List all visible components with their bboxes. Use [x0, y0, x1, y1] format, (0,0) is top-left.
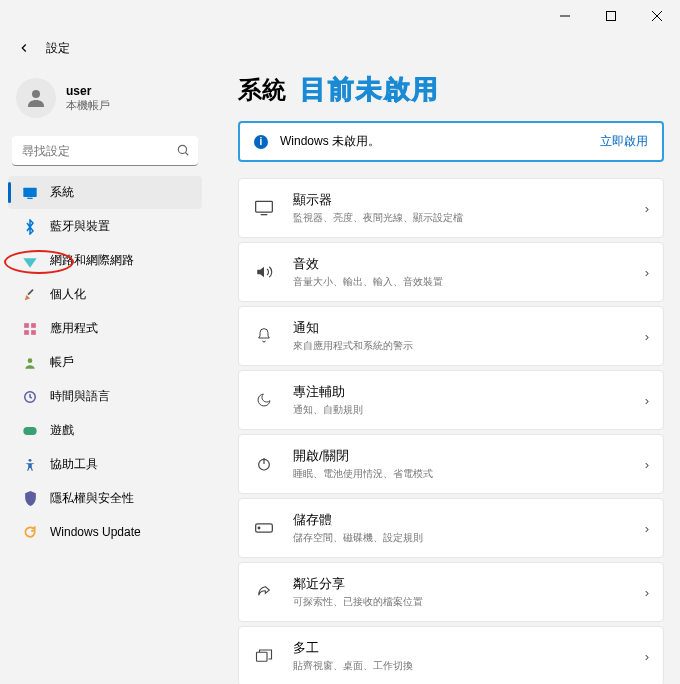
chevron-right-icon: ›	[645, 585, 649, 600]
card-display[interactable]: 顯示器監視器、亮度、夜間光線、顯示設定檔 ›	[238, 178, 664, 238]
privacy-icon	[22, 491, 38, 507]
multitask-icon	[253, 645, 275, 667]
info-icon: i	[254, 135, 268, 149]
card-title: 儲存體	[293, 511, 645, 529]
svg-rect-10	[24, 323, 29, 328]
card-title: 通知	[293, 319, 645, 337]
display-icon	[253, 197, 275, 219]
svg-rect-13	[31, 330, 36, 335]
sidebar-item-accounts[interactable]: 帳戶	[8, 346, 202, 379]
sidebar-item-label: 時間與語言	[50, 388, 110, 405]
sidebar-item-gaming[interactable]: 遊戲	[8, 414, 202, 447]
search-input[interactable]	[12, 136, 198, 166]
activation-banner[interactable]: i Windows 未啟用。 立即啟用	[238, 121, 664, 162]
chevron-right-icon: ›	[645, 457, 649, 472]
sidebar-item-personalization[interactable]: 個人化	[8, 278, 202, 311]
card-title: 專注輔助	[293, 383, 645, 401]
power-icon	[253, 453, 275, 475]
chevron-right-icon: ›	[645, 393, 649, 408]
sidebar-item-network[interactable]: 網路和網際網路	[8, 244, 202, 277]
svg-rect-12	[24, 330, 29, 335]
sidebar-item-label: 帳戶	[50, 354, 74, 371]
sidebar-item-label: 應用程式	[50, 320, 98, 337]
card-desc: 監視器、亮度、夜間光線、顯示設定檔	[293, 211, 645, 225]
card-title: 音效	[293, 255, 645, 273]
sound-icon	[253, 261, 275, 283]
svg-rect-1	[607, 12, 616, 21]
gaming-icon	[22, 423, 38, 439]
sidebar-item-accessibility[interactable]: 協助工具	[8, 448, 202, 481]
maximize-button[interactable]	[588, 0, 634, 32]
sidebar-item-time-language[interactable]: 時間與語言	[8, 380, 202, 413]
card-power[interactable]: 開啟/關閉睡眠、電池使用情況、省電模式 ›	[238, 434, 664, 494]
svg-rect-16	[23, 427, 36, 435]
activation-message: Windows 未啟用。	[280, 133, 600, 150]
app-title: 設定	[46, 40, 70, 57]
chevron-right-icon: ›	[645, 201, 649, 216]
sidebar-item-label: 個人化	[50, 286, 86, 303]
content-area: 系統 目前未啟用 i Windows 未啟用。 立即啟用 顯示器監視器、亮度、夜…	[210, 64, 680, 684]
svg-point-14	[28, 358, 33, 363]
bell-icon	[253, 325, 275, 347]
sidebar-item-label: 藍牙與裝置	[50, 218, 110, 235]
svg-rect-18	[256, 201, 273, 212]
search-icon	[176, 143, 190, 160]
sidebar-item-label: 遊戲	[50, 422, 74, 439]
back-button[interactable]	[12, 36, 36, 60]
sidebar-item-label: 網路和網際網路	[50, 252, 134, 269]
svg-point-5	[178, 145, 186, 153]
minimize-button[interactable]	[542, 0, 588, 32]
svg-rect-7	[23, 187, 36, 196]
system-icon	[22, 185, 38, 201]
avatar-icon	[16, 78, 56, 118]
card-desc: 儲存空間、磁碟機、設定規則	[293, 531, 645, 545]
svg-line-6	[185, 152, 188, 155]
svg-point-4	[32, 90, 40, 98]
card-storage[interactable]: 儲存體儲存空間、磁碟機、設定規則 ›	[238, 498, 664, 558]
accessibility-icon	[22, 457, 38, 473]
search-box	[12, 136, 198, 166]
card-desc: 可探索性、已接收的檔案位置	[293, 595, 645, 609]
chevron-right-icon: ›	[645, 521, 649, 536]
sidebar-item-windows-update[interactable]: Windows Update	[8, 516, 202, 548]
card-sound[interactable]: 音效音量大小、輸出、輸入、音效裝置 ›	[238, 242, 664, 302]
apps-icon	[22, 321, 38, 337]
card-desc: 音量大小、輸出、輸入、音效裝置	[293, 275, 645, 289]
card-desc: 通知、自動規則	[293, 403, 645, 417]
svg-rect-9	[27, 288, 33, 294]
svg-point-17	[29, 458, 32, 461]
sidebar-item-apps[interactable]: 應用程式	[8, 312, 202, 345]
sidebar-item-system[interactable]: 系統	[8, 176, 202, 209]
sidebar-item-label: 隱私權與安全性	[50, 490, 134, 507]
chevron-right-icon: ›	[645, 329, 649, 344]
sidebar-item-bluetooth[interactable]: 藍牙與裝置	[8, 210, 202, 243]
user-subtitle: 本機帳戶	[66, 98, 110, 113]
svg-rect-11	[31, 323, 36, 328]
card-notifications[interactable]: 通知來自應用程式和系統的警示 ›	[238, 306, 664, 366]
card-title: 多工	[293, 639, 645, 657]
personalize-icon	[22, 287, 38, 303]
activate-now-link[interactable]: 立即啟用	[600, 133, 648, 150]
card-nearby-sharing[interactable]: 鄰近分享可探索性、已接收的檔案位置 ›	[238, 562, 664, 622]
user-name: user	[66, 84, 110, 98]
close-button[interactable]	[634, 0, 680, 32]
sidebar-item-label: Windows Update	[50, 525, 141, 539]
time-icon	[22, 389, 38, 405]
card-desc: 來自應用程式和系統的警示	[293, 339, 645, 353]
card-focus-assist[interactable]: 專注輔助通知、自動規則 ›	[238, 370, 664, 430]
network-icon	[22, 253, 38, 269]
svg-rect-8	[27, 197, 32, 198]
update-icon	[22, 524, 38, 540]
chevron-right-icon: ›	[645, 649, 649, 664]
sidebar-item-privacy[interactable]: 隱私權與安全性	[8, 482, 202, 515]
accounts-icon	[22, 355, 38, 371]
card-multitasking[interactable]: 多工貼齊視窗、桌面、工作切換 ›	[238, 626, 664, 684]
user-account-block[interactable]: user 本機帳戶	[6, 72, 204, 132]
sidebar-item-label: 協助工具	[50, 456, 98, 473]
card-title: 鄰近分享	[293, 575, 645, 593]
share-icon	[253, 581, 275, 603]
card-desc: 貼齊視窗、桌面、工作切換	[293, 659, 645, 673]
annotation-not-activated: 目前未啟用	[300, 72, 440, 107]
moon-icon	[253, 389, 275, 411]
sidebar: user 本機帳戶 系統 藍牙與裝置 網路和網際網路 個人化	[0, 64, 210, 684]
